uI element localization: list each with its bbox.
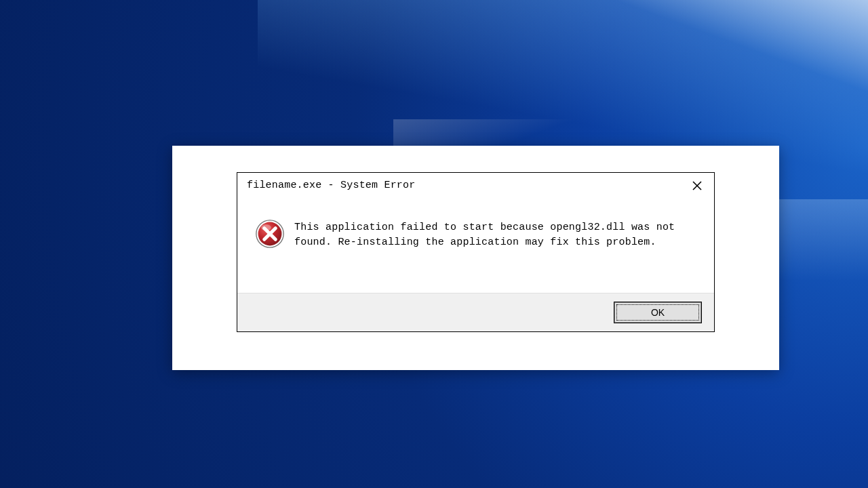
dialog-titlebar: filename.exe - System Error	[237, 173, 714, 195]
dialog-message: This application failed to start because…	[294, 220, 688, 250]
error-icon	[255, 219, 285, 249]
dialog-title: filename.exe - System Error	[247, 180, 415, 191]
ok-button-label: OK	[651, 307, 665, 318]
ok-button[interactable]: OK	[614, 302, 702, 323]
dialog-footer: OK	[237, 293, 714, 331]
close-icon	[692, 180, 703, 191]
desktop-wallpaper: filename.exe - System Error	[0, 0, 868, 488]
dialog-body: This application failed to start because…	[237, 195, 714, 293]
system-error-dialog: filename.exe - System Error	[237, 172, 715, 332]
close-button[interactable]	[690, 178, 705, 193]
